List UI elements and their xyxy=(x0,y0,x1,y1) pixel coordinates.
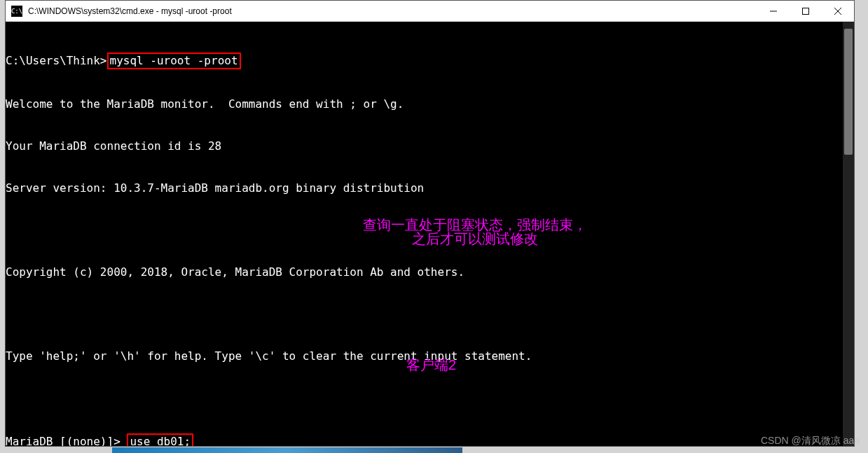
output-line xyxy=(6,391,854,405)
shell-prompt: C:\Users\Think> xyxy=(6,54,107,67)
window-title: C:\WINDOWS\system32\cmd.exe - mysql -uro… xyxy=(28,6,757,16)
highlighted-command: mysql -uroot -proot xyxy=(107,53,241,69)
cmd-icon: C:\ xyxy=(11,6,22,17)
output-line xyxy=(6,307,854,321)
output-line: Server version: 10.3.7-MariaDB mariadb.o… xyxy=(6,181,854,195)
highlighted-command: use db01; xyxy=(127,433,193,446)
scrollbar[interactable] xyxy=(843,22,854,446)
output-line: Welcome to the MariaDB monitor. Commands… xyxy=(6,97,854,111)
window-controls xyxy=(757,1,854,21)
mariadb-prompt: MariaDB [(none)]> xyxy=(6,435,127,446)
taskbar-fragment xyxy=(112,447,462,453)
svg-rect-1 xyxy=(803,8,809,14)
titlebar[interactable]: C:\ C:\WINDOWS\system32\cmd.exe - mysql … xyxy=(6,1,854,22)
terminal-output[interactable]: C:\Users\Think>mysql -uroot -proot Welco… xyxy=(6,22,854,446)
maximize-button[interactable] xyxy=(790,1,822,21)
close-button[interactable] xyxy=(822,1,854,21)
scrollbar-thumb[interactable] xyxy=(844,29,853,155)
output-line: Copyright (c) 2000, 2018, Oracle, MariaD… xyxy=(6,265,854,279)
annotation-line: 之后才可以测试修改 xyxy=(363,232,587,246)
annotation-line: 查询一直处于阻塞状态，强制结束， xyxy=(363,218,587,232)
output-line: Your MariaDB connection id is 28 xyxy=(6,139,854,153)
minimize-button[interactable] xyxy=(757,1,790,21)
watermark: CSDN @清风微凉 aaa xyxy=(761,435,860,447)
annotation-note: 查询一直处于阻塞状态，强制结束， 之后才可以测试修改 xyxy=(363,218,587,246)
cmd-window: C:\ C:\WINDOWS\system32\cmd.exe - mysql … xyxy=(5,0,855,447)
annotation-client-label: 客户端2 xyxy=(406,358,456,372)
